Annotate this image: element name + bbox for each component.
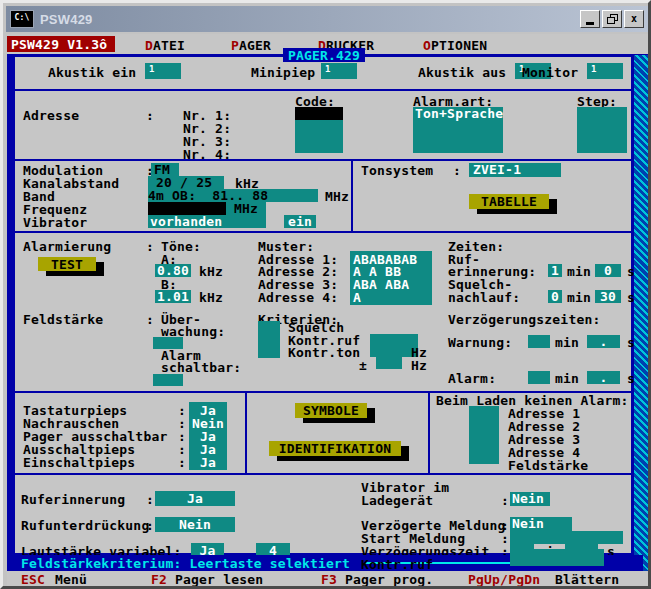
minimize-button[interactable] [580, 10, 600, 28]
squelchnachlauf-s-field[interactable]: 30 [595, 290, 621, 303]
feldstaerke-label: Feldstärke [23, 313, 103, 326]
adresse-nr4-label: Nr. 4: [183, 148, 231, 161]
vibrator-field[interactable]: vorhanden [148, 215, 266, 228]
alarmart-field[interactable]: Ton+Sprache [413, 107, 503, 153]
s-unit: s [627, 336, 635, 349]
minipiep-field[interactable]: 1 [321, 63, 357, 79]
esc-action-label: Menü [55, 573, 87, 586]
min-unit: min [555, 336, 579, 349]
tone-b-field[interactable]: 1.01 [155, 290, 191, 303]
divider [245, 391, 247, 473]
muster-value-3: ABA ABA [353, 278, 409, 291]
restore-icon [607, 14, 618, 24]
akustik-ein-label: Akustik ein [48, 66, 136, 79]
window-title: PSW429 [40, 13, 578, 26]
f2-key[interactable]: F2 [151, 573, 167, 586]
ruferinnerung-field[interactable]: Ja [155, 491, 235, 506]
mhz-unit: MHz [325, 190, 349, 203]
colon: : [178, 456, 186, 469]
warnung-min-field[interactable] [528, 335, 550, 348]
menu-datei[interactable]: DATEI [145, 39, 185, 52]
alarm-s-field[interactable]: . [587, 371, 620, 384]
vibrator-label: Vibrator [23, 216, 87, 229]
einschaltpieps-value[interactable]: Ja [189, 456, 227, 469]
vibrator-ladegeraet-field[interactable]: Nein [510, 492, 550, 506]
dialog-title: PAGER.429 [283, 48, 365, 62]
squelchnachlauf-min-field[interactable]: 0 [548, 290, 562, 303]
alarm-schaltbar-label-2: schaltbar: [161, 361, 241, 374]
ruferinnerung-min-field[interactable]: 1 [548, 264, 562, 277]
s-unit: s [627, 265, 635, 278]
alarm-schaltbar-field[interactable] [153, 374, 183, 386]
divider [13, 89, 633, 91]
pgup-pgdn-key[interactable]: PgUp/PgDn [468, 573, 540, 586]
ladegeraet-label: Ladegerät [361, 494, 433, 507]
msdos-icon: C:\ [10, 10, 34, 28]
close-button[interactable]: x [624, 10, 644, 28]
hint-text: Feldstärkekriterium: Leertaste selektier… [21, 557, 350, 570]
khz-unit: kHz [199, 291, 223, 304]
pgup-action-label: Blättern [555, 573, 619, 586]
beim-laden-field[interactable] [469, 406, 499, 464]
laden-feldstaerke-label: Feldstärke [508, 459, 588, 472]
min-unit: min [567, 265, 591, 278]
vibrator-ein-field[interactable]: ein [284, 215, 316, 228]
rufunterdrueckung-label: Rufunterdrückung [21, 519, 149, 532]
verzoegerung-header: Verzögerungszeiten: [448, 313, 601, 326]
close-icon: x [631, 14, 637, 24]
menu-pager[interactable]: PAGER [231, 39, 271, 52]
minimize-icon [586, 22, 594, 25]
warnung-label: Warnung: [448, 336, 512, 349]
symbole-button[interactable]: SYMBOLE [295, 403, 367, 418]
divider [428, 391, 430, 473]
akustik-ein-field[interactable]: 1 [145, 63, 181, 79]
kontrton-tolerance-field[interactable] [376, 357, 402, 369]
kontrruf-label: Kontr.ruf [361, 558, 433, 571]
band-field[interactable]: 4m OB: 81.. 88 [148, 189, 318, 202]
warnung-s-field[interactable]: . [587, 335, 620, 348]
kriterien-field[interactable] [258, 321, 280, 358]
kriterium-kontrton-label: Kontr.ton [288, 346, 360, 359]
colon: : [146, 109, 154, 122]
muster-value-4: A [353, 291, 361, 304]
muster-adr4-label: Adresse 4: [258, 291, 338, 304]
hz-unit: Hz [411, 359, 427, 372]
start-meldung-field[interactable] [510, 531, 623, 544]
akustik-aus-label: Akustik aus [418, 66, 506, 79]
step-field[interactable] [577, 107, 627, 153]
s-unit: s [627, 372, 635, 385]
esc-key[interactable]: ESC [21, 573, 45, 586]
f3-key[interactable]: F3 [321, 573, 337, 586]
tonsystem-field[interactable]: ZVEI-1 [469, 163, 561, 177]
restore-button[interactable] [602, 10, 622, 28]
frequenz-unit-patch: MHz [226, 202, 266, 215]
tabelle-button[interactable]: TABELLE [469, 194, 549, 209]
ruferinnerung-label: Ruferinnerung [21, 493, 125, 506]
test-button[interactable]: TEST [38, 257, 96, 271]
tone-a-field[interactable]: 0.80 [155, 264, 191, 277]
khz-unit: kHz [199, 265, 223, 278]
rufunterdrueckung-field[interactable]: Nein [155, 517, 235, 532]
alarm-min-field[interactable] [528, 371, 550, 384]
desktop-pattern [634, 55, 650, 571]
s-unit: s [627, 291, 635, 304]
alarmierung-label: Alarmierung [23, 240, 111, 253]
version-badge: PSW429 V1.3ô [7, 36, 115, 52]
ruferinnerung-s-field[interactable]: 0 [595, 264, 621, 277]
divider [351, 159, 353, 231]
menu-optionen[interactable]: OPTIONEN [423, 39, 487, 52]
plusminus-sign: ± [359, 359, 367, 372]
verzoegerte-meldung-field[interactable]: Nein [510, 517, 572, 531]
f3-action-label: Pager prog. [345, 573, 433, 586]
min-unit: min [555, 372, 579, 385]
minipiep-label: Minipiep [251, 66, 315, 79]
kontrruf-field[interactable] [510, 549, 604, 566]
monitor-field[interactable]: 1 [587, 63, 623, 79]
titlebar: C:\ PSW429 x [6, 6, 648, 32]
adresse-label: Adresse [23, 109, 79, 122]
divider [13, 231, 633, 233]
colon: : [146, 493, 154, 506]
divider [13, 473, 633, 475]
identifikation-button[interactable]: IDENTIFIKATION [269, 441, 401, 456]
code-cursor[interactable] [295, 107, 343, 120]
